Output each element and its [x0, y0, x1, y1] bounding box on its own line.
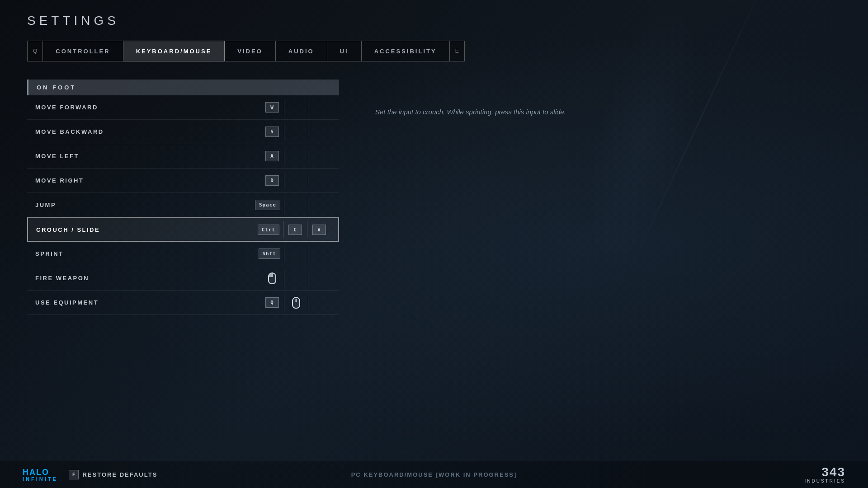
key-slot-1: Shft: [256, 246, 283, 262]
key-slot-1: Ctrl: [255, 222, 283, 237]
tab-navigation: Q CONTROLLER KEYBOARD/MOUSE VIDEO AUDIO …: [27, 41, 841, 61]
left-bracket-key: Q: [33, 48, 37, 54]
settings-list: ▲ ON FOOT MOVE FORWARD W: [27, 80, 339, 315]
key-slot-2: C: [284, 222, 306, 237]
right-bracket-key: E: [455, 48, 459, 54]
bindings-move-left: A: [261, 148, 331, 165]
tab-audio[interactable]: AUDIO: [276, 41, 327, 61]
bindings-use-equipment: Q: [261, 294, 331, 311]
row-fire-weapon[interactable]: FIRE WEAPON: [27, 266, 339, 291]
bindings-sprint: Shft: [256, 245, 331, 263]
key-slot-1: D: [261, 173, 283, 188]
row-move-backward[interactable]: MOVE BACKWARD S: [27, 120, 339, 144]
key-slot-1: A: [261, 149, 283, 164]
main-content: SETTINGS Q CONTROLLER KEYBOARD/MOUSE VID…: [0, 0, 868, 315]
status-text: PC KEYBOARD/MOUSE [WORK IN PROGRESS]: [351, 471, 517, 478]
bindings-move-right: D: [261, 172, 331, 189]
halo-logo: HALO INFINITE: [23, 468, 58, 482]
row-use-equipment[interactable]: USE EQUIPMENT Q: [27, 291, 339, 315]
bottom-bar: HALO INFINITE F Restore Defaults PC KEYB…: [0, 461, 868, 488]
bindings-jump: Space: [252, 197, 331, 214]
infinite-text: INFINITE: [23, 476, 58, 482]
tab-keyboard-mouse[interactable]: KEYBOARD/MOUSE: [123, 41, 225, 61]
tab-accessibility[interactable]: ACCESSIBILITY: [362, 41, 450, 61]
mouse-middle-click-icon: [292, 297, 300, 309]
bindings-move-backward: S: [261, 123, 331, 141]
bindings-move-forward: W: [261, 99, 331, 116]
restore-defaults-button[interactable]: F Restore Defaults: [69, 470, 158, 479]
row-sprint[interactable]: SPRINT Shft: [27, 242, 339, 266]
studio-number: 343: [804, 466, 845, 479]
row-move-right[interactable]: MOVE RIGHT D: [27, 169, 339, 193]
tab-controller[interactable]: CONTROLLER: [43, 41, 123, 61]
studio-logo: 343 INDUSTRIES: [804, 466, 845, 483]
key-slot-1: Q: [261, 295, 283, 310]
bottom-left-area: HALO INFINITE F Restore Defaults: [23, 468, 157, 482]
halo-text: HALO: [23, 468, 49, 476]
settings-panel: ▲ ON FOOT MOVE FORWARD W: [27, 80, 339, 315]
description-panel: Set the input to crouch. While sprinting…: [357, 80, 841, 315]
mouse-left-click-icon: [268, 272, 276, 284]
restore-defaults-label: Restore Defaults: [82, 471, 157, 478]
page-title: SETTINGS: [27, 14, 841, 28]
bindings-fire-weapon: [261, 270, 331, 287]
nav-right-bracket: E: [450, 41, 465, 61]
tab-video[interactable]: VIDEO: [225, 41, 275, 61]
tab-ui[interactable]: UI: [327, 41, 362, 61]
row-crouch-slide[interactable]: CROUCH / SLIDE Ctrl C V: [27, 217, 339, 242]
key-slot-3: V: [308, 222, 330, 237]
key-slot-1: [261, 271, 283, 286]
key-slot-1: W: [261, 100, 283, 115]
content-area: ▲ ON FOOT MOVE FORWARD W: [27, 80, 841, 315]
restore-key-hint: F: [69, 470, 79, 479]
bindings-crouch-slide: Ctrl C V: [255, 221, 330, 238]
key-slot-2: [285, 295, 307, 310]
section-header-on-foot: ON FOOT: [27, 80, 339, 95]
row-move-left[interactable]: MOVE LEFT A: [27, 144, 339, 169]
studio-suffix: INDUSTRIES: [804, 479, 845, 483]
description-text: Set the input to crouch. While sprinting…: [375, 107, 566, 117]
key-slot-1: S: [261, 124, 283, 140]
key-slot-1: Space: [252, 197, 283, 213]
nav-left-bracket: Q: [27, 41, 43, 61]
row-move-forward[interactable]: MOVE FORWARD W: [27, 95, 339, 120]
row-jump[interactable]: JUMP Space: [27, 193, 339, 217]
